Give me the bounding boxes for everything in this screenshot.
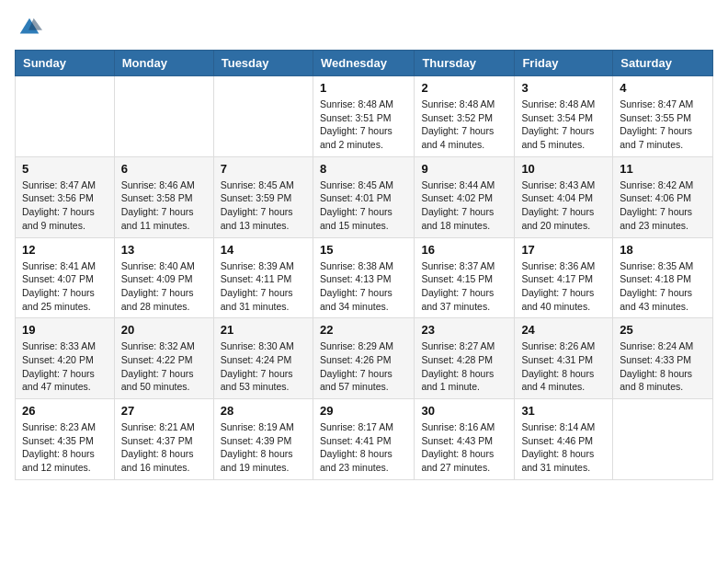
- calendar-cell: 13Sunrise: 8:40 AM Sunset: 4:09 PM Dayli…: [114, 237, 213, 318]
- day-info: Sunrise: 8:40 AM Sunset: 4:09 PM Dayligh…: [121, 259, 207, 314]
- calendar-cell: 26Sunrise: 8:23 AM Sunset: 4:35 PM Dayli…: [16, 399, 115, 480]
- calendar-week-row: 19Sunrise: 8:33 AM Sunset: 4:20 PM Dayli…: [16, 318, 713, 399]
- day-number: 7: [221, 162, 306, 176]
- day-number: 17: [521, 243, 606, 257]
- calendar-cell: 21Sunrise: 8:30 AM Sunset: 4:24 PM Dayli…: [213, 318, 313, 399]
- day-number: 19: [22, 323, 108, 337]
- day-info: Sunrise: 8:47 AM Sunset: 3:55 PM Dayligh…: [620, 98, 706, 152]
- calendar-cell: 7Sunrise: 8:45 AM Sunset: 3:59 PM Daylig…: [213, 156, 313, 237]
- day-info: Sunrise: 8:43 AM Sunset: 4:04 PM Dayligh…: [521, 178, 606, 233]
- calendar-cell: 8Sunrise: 8:45 AM Sunset: 4:01 PM Daylig…: [313, 156, 414, 237]
- page-header: [15, 15, 713, 40]
- day-number: 22: [320, 323, 407, 337]
- day-number: 15: [320, 243, 407, 257]
- calendar-week-row: 26Sunrise: 8:23 AM Sunset: 4:35 PM Dayli…: [16, 399, 713, 480]
- calendar-header-row: SundayMondayTuesdayWednesdayThursdayFrid…: [16, 51, 713, 76]
- logo-icon: [17, 15, 42, 40]
- day-info: Sunrise: 8:36 AM Sunset: 4:17 PM Dayligh…: [521, 259, 606, 314]
- calendar-cell: 24Sunrise: 8:26 AM Sunset: 4:31 PM Dayli…: [515, 318, 613, 399]
- calendar-cell: 12Sunrise: 8:41 AM Sunset: 4:07 PM Dayli…: [16, 237, 115, 318]
- calendar-cell: [114, 76, 213, 157]
- calendar-cell: 23Sunrise: 8:27 AM Sunset: 4:28 PM Dayli…: [415, 318, 515, 399]
- calendar-week-row: 1Sunrise: 8:48 AM Sunset: 3:51 PM Daylig…: [16, 76, 713, 157]
- calendar-cell: 22Sunrise: 8:29 AM Sunset: 4:26 PM Dayli…: [313, 318, 414, 399]
- day-number: 24: [521, 323, 606, 337]
- calendar-cell: 18Sunrise: 8:35 AM Sunset: 4:18 PM Dayli…: [613, 237, 713, 318]
- calendar-day-header: Tuesday: [213, 51, 313, 76]
- day-number: 31: [521, 404, 606, 418]
- day-number: 2: [421, 81, 507, 95]
- day-number: 13: [121, 243, 207, 257]
- calendar-day-header: Sunday: [16, 51, 115, 76]
- day-info: Sunrise: 8:45 AM Sunset: 3:59 PM Dayligh…: [221, 178, 306, 233]
- calendar-day-header: Wednesday: [313, 51, 414, 76]
- day-info: Sunrise: 8:29 AM Sunset: 4:26 PM Dayligh…: [320, 339, 407, 394]
- day-info: Sunrise: 8:38 AM Sunset: 4:13 PM Dayligh…: [320, 259, 407, 314]
- calendar-cell: 29Sunrise: 8:17 AM Sunset: 4:41 PM Dayli…: [313, 399, 414, 480]
- day-info: Sunrise: 8:48 AM Sunset: 3:52 PM Dayligh…: [421, 98, 507, 152]
- day-number: 11: [620, 162, 706, 176]
- day-number: 8: [320, 162, 407, 176]
- logo: [15, 15, 42, 40]
- day-number: 23: [421, 323, 507, 337]
- day-info: Sunrise: 8:46 AM Sunset: 3:58 PM Dayligh…: [121, 178, 207, 233]
- calendar-cell: [16, 76, 115, 157]
- day-info: Sunrise: 8:19 AM Sunset: 4:39 PM Dayligh…: [221, 420, 306, 475]
- calendar-cell: 4Sunrise: 8:47 AM Sunset: 3:55 PM Daylig…: [613, 76, 713, 157]
- calendar-cell: 31Sunrise: 8:14 AM Sunset: 4:46 PM Dayli…: [515, 399, 613, 480]
- day-info: Sunrise: 8:39 AM Sunset: 4:11 PM Dayligh…: [221, 259, 306, 314]
- day-number: 21: [221, 323, 306, 337]
- day-number: 26: [22, 404, 108, 418]
- calendar-cell: 17Sunrise: 8:36 AM Sunset: 4:17 PM Dayli…: [515, 237, 613, 318]
- day-number: 3: [521, 81, 606, 95]
- day-number: 18: [620, 243, 706, 257]
- calendar-cell: 10Sunrise: 8:43 AM Sunset: 4:04 PM Dayli…: [515, 156, 613, 237]
- day-number: 30: [421, 404, 507, 418]
- day-number: 20: [121, 323, 207, 337]
- day-info: Sunrise: 8:21 AM Sunset: 4:37 PM Dayligh…: [121, 420, 207, 475]
- calendar-cell: 2Sunrise: 8:48 AM Sunset: 3:52 PM Daylig…: [415, 76, 515, 157]
- day-number: 10: [521, 162, 606, 176]
- day-info: Sunrise: 8:42 AM Sunset: 4:06 PM Dayligh…: [620, 178, 706, 233]
- calendar-day-header: Friday: [515, 51, 613, 76]
- day-number: 14: [221, 243, 306, 257]
- day-info: Sunrise: 8:14 AM Sunset: 4:46 PM Dayligh…: [521, 420, 606, 475]
- day-info: Sunrise: 8:27 AM Sunset: 4:28 PM Dayligh…: [421, 339, 507, 394]
- day-info: Sunrise: 8:17 AM Sunset: 4:41 PM Dayligh…: [320, 420, 407, 475]
- day-info: Sunrise: 8:41 AM Sunset: 4:07 PM Dayligh…: [22, 259, 108, 314]
- calendar-body: 1Sunrise: 8:48 AM Sunset: 3:51 PM Daylig…: [16, 76, 713, 480]
- day-info: Sunrise: 8:26 AM Sunset: 4:31 PM Dayligh…: [521, 339, 606, 394]
- calendar-cell: 19Sunrise: 8:33 AM Sunset: 4:20 PM Dayli…: [16, 318, 115, 399]
- calendar-cell: 25Sunrise: 8:24 AM Sunset: 4:33 PM Dayli…: [613, 318, 713, 399]
- calendar-cell: 9Sunrise: 8:44 AM Sunset: 4:02 PM Daylig…: [415, 156, 515, 237]
- day-number: 25: [620, 323, 706, 337]
- day-info: Sunrise: 8:45 AM Sunset: 4:01 PM Dayligh…: [320, 178, 407, 233]
- day-info: Sunrise: 8:48 AM Sunset: 3:54 PM Dayligh…: [521, 98, 606, 152]
- day-info: Sunrise: 8:44 AM Sunset: 4:02 PM Dayligh…: [421, 178, 507, 233]
- day-number: 6: [121, 162, 207, 176]
- day-number: 12: [22, 243, 108, 257]
- calendar-week-row: 12Sunrise: 8:41 AM Sunset: 4:07 PM Dayli…: [16, 237, 713, 318]
- day-number: 9: [421, 162, 507, 176]
- day-info: Sunrise: 8:37 AM Sunset: 4:15 PM Dayligh…: [421, 259, 507, 314]
- calendar-cell: 27Sunrise: 8:21 AM Sunset: 4:37 PM Dayli…: [114, 399, 213, 480]
- day-info: Sunrise: 8:33 AM Sunset: 4:20 PM Dayligh…: [22, 339, 108, 394]
- calendar-cell: 3Sunrise: 8:48 AM Sunset: 3:54 PM Daylig…: [515, 76, 613, 157]
- calendar-cell: 6Sunrise: 8:46 AM Sunset: 3:58 PM Daylig…: [114, 156, 213, 237]
- calendar-cell: 28Sunrise: 8:19 AM Sunset: 4:39 PM Dayli…: [213, 399, 313, 480]
- day-number: 28: [221, 404, 306, 418]
- day-number: 4: [620, 81, 706, 95]
- calendar-cell: 5Sunrise: 8:47 AM Sunset: 3:56 PM Daylig…: [16, 156, 115, 237]
- calendar-day-header: Saturday: [613, 51, 713, 76]
- calendar-cell: 1Sunrise: 8:48 AM Sunset: 3:51 PM Daylig…: [313, 76, 414, 157]
- calendar-cell: 30Sunrise: 8:16 AM Sunset: 4:43 PM Dayli…: [415, 399, 515, 480]
- day-info: Sunrise: 8:35 AM Sunset: 4:18 PM Dayligh…: [620, 259, 706, 314]
- calendar-cell: 14Sunrise: 8:39 AM Sunset: 4:11 PM Dayli…: [213, 237, 313, 318]
- day-info: Sunrise: 8:24 AM Sunset: 4:33 PM Dayligh…: [620, 339, 706, 394]
- calendar-week-row: 5Sunrise: 8:47 AM Sunset: 3:56 PM Daylig…: [16, 156, 713, 237]
- day-number: 1: [320, 81, 407, 95]
- calendar-table: SundayMondayTuesdayWednesdayThursdayFrid…: [15, 50, 713, 480]
- calendar-cell: 15Sunrise: 8:38 AM Sunset: 4:13 PM Dayli…: [313, 237, 414, 318]
- calendar-cell: 11Sunrise: 8:42 AM Sunset: 4:06 PM Dayli…: [613, 156, 713, 237]
- day-number: 29: [320, 404, 407, 418]
